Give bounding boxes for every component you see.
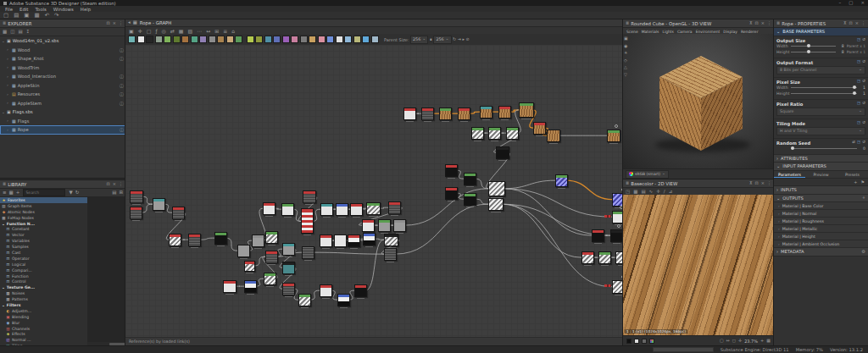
graph-node[interactable] bbox=[366, 202, 381, 215]
library-content[interactable] bbox=[87, 197, 125, 345]
bg-checker-icon[interactable] bbox=[649, 339, 654, 344]
graph-node[interactable] bbox=[348, 234, 360, 247]
view2d-viewport[interactable]: 1 : 1 (x1) (1024x1024px, 16bpc) bbox=[623, 195, 774, 335]
dock-icon[interactable]: ⊡ bbox=[107, 182, 110, 186]
graph-node[interactable] bbox=[302, 246, 314, 259]
display-maps-icon[interactable]: ▦ bbox=[179, 29, 184, 34]
library-item-row[interactable]: ⊡Vector bbox=[0, 232, 87, 238]
dock-icon[interactable]: ⊡ bbox=[755, 21, 759, 25]
graph-node[interactable] bbox=[303, 190, 316, 203]
explorer-item-row[interactable]: ›▦Ropeⓘ bbox=[0, 125, 125, 135]
palette-node-swatch[interactable] bbox=[273, 36, 281, 43]
up-axis-icon[interactable]: △ bbox=[624, 65, 628, 69]
bg-gray-icon[interactable] bbox=[642, 339, 647, 344]
explorer-item-row[interactable]: ›▦WoodTrim bbox=[0, 63, 125, 73]
library-item-row[interactable]: ▧Normal ... bbox=[0, 337, 87, 343]
info-icon[interactable]: ⓘ bbox=[120, 83, 124, 88]
graph-node[interactable] bbox=[458, 108, 470, 120]
graph-node[interactable] bbox=[188, 234, 201, 246]
graph-node[interactable] bbox=[496, 146, 509, 159]
graph-node[interactable] bbox=[488, 127, 501, 140]
graph-node[interactable] bbox=[615, 251, 623, 264]
info-icon[interactable]: ⓘ bbox=[120, 56, 124, 61]
graph-node[interactable] bbox=[223, 280, 236, 293]
expander-icon[interactable]: › bbox=[7, 101, 10, 105]
library-group-row[interactable]: ⌄Texture Ge... bbox=[0, 284, 87, 290]
view3d-menu-renderer[interactable]: Renderer bbox=[741, 30, 759, 34]
graph-node[interactable] bbox=[533, 122, 546, 135]
pan-icon[interactable]: ✛ bbox=[138, 29, 142, 34]
parent-height-dropdown[interactable]: 256⌄ bbox=[433, 36, 451, 44]
tab-parameters[interactable]: Parameters bbox=[774, 171, 805, 179]
expose-icon[interactable]: ◳ bbox=[857, 80, 860, 84]
shuffle-icon[interactable]: ⇄ bbox=[852, 141, 855, 145]
close-icon[interactable]: × bbox=[761, 181, 765, 185]
undo-icon[interactable]: ↶ bbox=[45, 13, 49, 19]
graph-node[interactable] bbox=[610, 229, 623, 242]
reset-icon[interactable]: ↺ bbox=[862, 38, 865, 42]
fx-icon[interactable]: ƒ bbox=[155, 29, 157, 34]
more-icon[interactable]: ⋮ bbox=[767, 181, 771, 185]
save-all-icon[interactable]: ▦ bbox=[34, 13, 39, 19]
reset-icon[interactable]: ↺ bbox=[862, 102, 865, 106]
library-item-row[interactable]: ★Favorites bbox=[0, 197, 87, 203]
palette-node-swatch[interactable] bbox=[128, 36, 136, 43]
graph-node[interactable] bbox=[264, 273, 276, 285]
property-dropdown[interactable]: Square⌄ bbox=[776, 108, 865, 116]
info-icon[interactable]: ⓘ bbox=[120, 74, 124, 79]
graph-node[interactable] bbox=[237, 245, 250, 257]
gear-icon[interactable]: ⚙ bbox=[861, 250, 865, 254]
slider-thumb[interactable] bbox=[807, 50, 810, 53]
expander-icon[interactable]: ⌄ bbox=[2, 110, 5, 114]
info-icon[interactable]: ⓘ bbox=[120, 91, 124, 97]
zoom-icon[interactable]: ◎ bbox=[162, 29, 166, 34]
palette-node-swatch[interactable] bbox=[217, 36, 225, 43]
library-search-input[interactable] bbox=[23, 189, 65, 196]
info-icon[interactable]: ⓘ bbox=[120, 127, 124, 132]
output-row[interactable]: ›Material | Roughness bbox=[774, 218, 868, 225]
library-item-row[interactable]: ⊡Logical bbox=[0, 262, 87, 268]
library-item-row[interactable]: ⊡Function bbox=[0, 273, 87, 279]
graph-node[interactable] bbox=[130, 207, 142, 219]
graph-node[interactable] bbox=[403, 108, 416, 120]
palette-node-swatch[interactable] bbox=[181, 36, 189, 43]
palette-node-swatch[interactable] bbox=[282, 36, 290, 43]
graph-node[interactable] bbox=[362, 219, 375, 232]
expose-icon[interactable]: ◳ bbox=[857, 60, 860, 64]
inputs-section[interactable]: ›INPUTS bbox=[774, 186, 868, 195]
graph-node[interactable] bbox=[169, 234, 181, 246]
ruler-icon[interactable]: ⊿ bbox=[669, 190, 673, 195]
more-icon[interactable]: ⋮ bbox=[767, 21, 771, 25]
library-item-row[interactable]: ⊡Samples bbox=[0, 244, 87, 250]
info-icon[interactable]: ⓘ bbox=[120, 101, 124, 106]
library-item-row[interactable]: ⊡Control bbox=[0, 279, 87, 284]
palette-node-swatch[interactable] bbox=[155, 36, 163, 43]
close-icon[interactable]: × bbox=[855, 21, 859, 25]
view3d-menu-scene[interactable]: Scene bbox=[626, 30, 638, 34]
more-icon[interactable]: ⋮ bbox=[119, 182, 123, 186]
redo-icon[interactable]: ↷ bbox=[54, 13, 58, 19]
colorspace-dropdown[interactable]: sRGB (smart) ⌄ bbox=[626, 170, 669, 179]
channels-icon[interactable]: ▤ bbox=[641, 190, 645, 195]
palette-node-swatch[interactable] bbox=[371, 36, 379, 43]
actual-size-icon[interactable]: ◻ bbox=[732, 339, 736, 343]
edit-icon[interactable]: + bbox=[16, 190, 20, 196]
palette-node-swatch[interactable] bbox=[344, 36, 352, 43]
home-icon[interactable]: ⌂ bbox=[231, 29, 235, 34]
graph-node[interactable] bbox=[464, 173, 476, 185]
explorer-package-row[interactable]: ⌄▣Wood14m_01_v2.sbs bbox=[0, 36, 125, 46]
play-icon[interactable]: ▸ bbox=[463, 37, 465, 41]
wireframe-icon[interactable]: ◇ bbox=[624, 58, 628, 63]
grid-view-icon[interactable]: ▦ bbox=[9, 190, 14, 196]
expose-icon[interactable]: ◳ bbox=[857, 102, 860, 106]
grid-icon[interactable]: ▦ bbox=[766, 339, 771, 343]
zoom-in-icon[interactable]: + bbox=[760, 339, 764, 343]
graph-icon[interactable]: ▦ bbox=[133, 20, 137, 25]
graph-node[interactable] bbox=[471, 127, 484, 140]
library-group-row[interactable]: ⌄Function N... bbox=[0, 221, 87, 227]
library-item-row[interactable]: ◈Effects bbox=[0, 331, 87, 337]
attributes-section[interactable]: ›ATTRIBUTES bbox=[774, 155, 868, 163]
library-item-row[interactable]: ▣Blending bbox=[0, 314, 87, 320]
graph-node[interactable] bbox=[506, 127, 519, 140]
graph-node[interactable] bbox=[334, 234, 347, 247]
